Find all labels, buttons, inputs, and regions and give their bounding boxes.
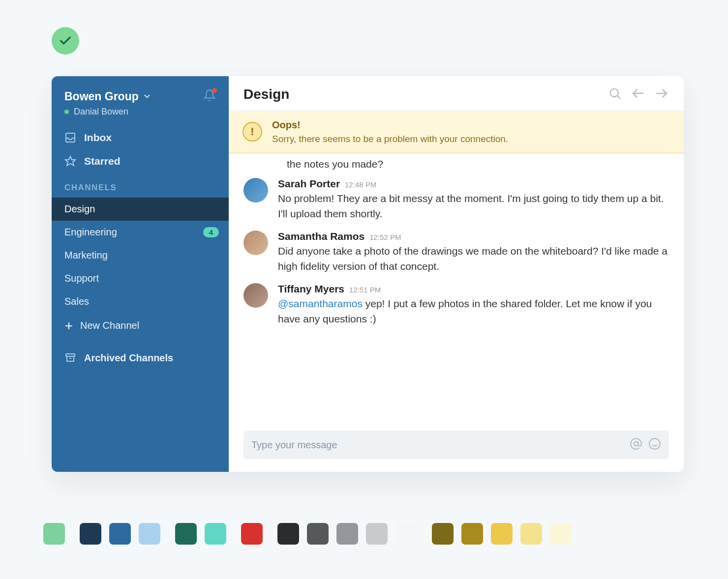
swatch — [461, 523, 483, 545]
swatch — [241, 523, 263, 545]
nav-label: Inbox — [84, 132, 112, 144]
main-panel: Design ! Oops! Sorry, there seems to be … — [229, 76, 684, 472]
color-palette — [43, 523, 572, 545]
swatch — [550, 523, 572, 545]
emoji-button[interactable] — [648, 437, 661, 452]
svg-point-11 — [649, 438, 660, 449]
message-list: the notes you made? Sarah Porter 12:48 P… — [229, 153, 684, 428]
swatch — [109, 523, 131, 545]
message-text: @samantharamos yep! I put a few photos i… — [278, 296, 669, 327]
star-icon — [64, 155, 76, 167]
new-channel-button[interactable]: New Channel — [52, 313, 229, 338]
swatch — [432, 523, 454, 545]
notifications-button[interactable] — [203, 89, 216, 104]
nav-inbox[interactable]: Inbox — [52, 126, 229, 149]
arrow-right-icon — [654, 86, 669, 101]
message-item: Tiffany Myers 12:51 PM @samantharamos ye… — [243, 283, 669, 327]
composer-input[interactable] — [251, 439, 630, 451]
avatar[interactable] — [243, 231, 268, 255]
workspace-switcher[interactable]: Bowen Group — [64, 90, 152, 103]
channel-name: Design — [64, 203, 95, 215]
swatch — [205, 523, 226, 545]
avatar[interactable] — [243, 283, 268, 308]
workspace-name: Bowen Group — [64, 90, 139, 103]
message-item: Sarah Porter 12:48 PM No problem! They a… — [243, 178, 669, 222]
channel-engineering[interactable]: Engineering 4 — [52, 221, 229, 244]
presence-indicator — [64, 110, 69, 114]
connection-alert: ! Oops! Sorry, there seems to be a probl… — [229, 111, 684, 153]
notification-dot — [212, 88, 217, 93]
channel-name: Marketing — [64, 250, 108, 261]
channel-name: Support — [64, 273, 99, 284]
archived-channels-button[interactable]: Archived Channels — [52, 338, 229, 374]
prev-message-fragment: the notes you made? — [287, 158, 669, 170]
archived-label: Archived Channels — [84, 352, 173, 364]
smile-icon — [648, 437, 661, 450]
message-time: 12:52 PM — [369, 233, 401, 241]
nav-back-button[interactable] — [631, 86, 645, 103]
nav-starred[interactable]: Starred — [52, 149, 229, 173]
user-name: Danial Bowen — [74, 107, 128, 117]
swatch — [277, 523, 299, 545]
nav-forward-button[interactable] — [654, 86, 669, 103]
search-button[interactable] — [608, 87, 622, 102]
mention[interactable]: @samantharamos — [278, 298, 363, 309]
workspace-header: Bowen Group — [52, 87, 229, 105]
message-text: No problem! They are a bit messy at the … — [278, 191, 669, 222]
app-window: Bowen Group Danial Bowen Inbox Starred C… — [52, 76, 684, 472]
channels-section-label: CHANNELS — [52, 173, 229, 198]
swatch — [80, 523, 101, 545]
message-item: Samantha Ramos 12:52 PM Did anyone take … — [243, 231, 669, 274]
channel-name: Engineering — [64, 227, 117, 238]
approved-badge — [52, 27, 79, 55]
chevron-down-icon — [143, 92, 152, 101]
channel-sales[interactable]: Sales — [52, 290, 229, 313]
channel-name: Sales — [64, 296, 89, 307]
message-author[interactable]: Samantha Ramos — [278, 231, 364, 242]
current-user[interactable]: Danial Bowen — [52, 105, 229, 126]
header-actions — [608, 86, 669, 103]
channel-marketing[interactable]: Marketing — [52, 244, 229, 267]
arrow-left-icon — [631, 86, 645, 101]
alert-body: Sorry, there seems to be a problem with … — [272, 134, 508, 144]
message-time: 12:51 PM — [349, 286, 381, 294]
alert-title: Oops! — [272, 118, 508, 132]
avatar[interactable] — [243, 178, 268, 203]
message-author[interactable]: Sarah Porter — [278, 178, 340, 190]
unread-badge: 4 — [203, 227, 219, 237]
plus-icon — [64, 321, 73, 330]
new-channel-label: New Channel — [80, 320, 139, 331]
inbox-icon — [64, 132, 76, 144]
alert-text: Oops! Sorry, there seems to be a problem… — [272, 118, 508, 146]
channel-title: Design — [243, 87, 289, 102]
svg-point-10 — [634, 442, 638, 446]
check-icon — [59, 34, 72, 48]
swatch — [175, 523, 197, 545]
warning-icon: ! — [243, 122, 262, 142]
message-time: 12:48 PM — [345, 180, 376, 189]
mention-button[interactable] — [630, 437, 642, 452]
archive-icon — [64, 352, 76, 364]
svg-line-7 — [617, 96, 620, 98]
swatch — [307, 523, 329, 545]
swatch — [491, 523, 513, 545]
swatch — [43, 523, 65, 545]
swatch — [395, 523, 417, 545]
message-text: Did anyone take a photo of the drawings … — [278, 243, 669, 274]
channel-support[interactable]: Support — [52, 267, 229, 290]
at-icon — [630, 437, 642, 450]
swatch — [520, 523, 542, 545]
message-author[interactable]: Tiffany Myers — [278, 283, 344, 295]
main-header: Design — [229, 76, 684, 111]
svg-marker-1 — [65, 156, 75, 166]
swatch — [139, 523, 160, 545]
search-icon — [608, 87, 622, 100]
message-composer[interactable] — [243, 431, 669, 459]
swatch — [336, 523, 358, 545]
nav-label: Starred — [84, 155, 121, 167]
channel-design[interactable]: Design — [52, 198, 229, 221]
sidebar: Bowen Group Danial Bowen Inbox Starred C… — [52, 76, 229, 472]
svg-rect-4 — [66, 354, 75, 356]
swatch — [366, 523, 388, 545]
